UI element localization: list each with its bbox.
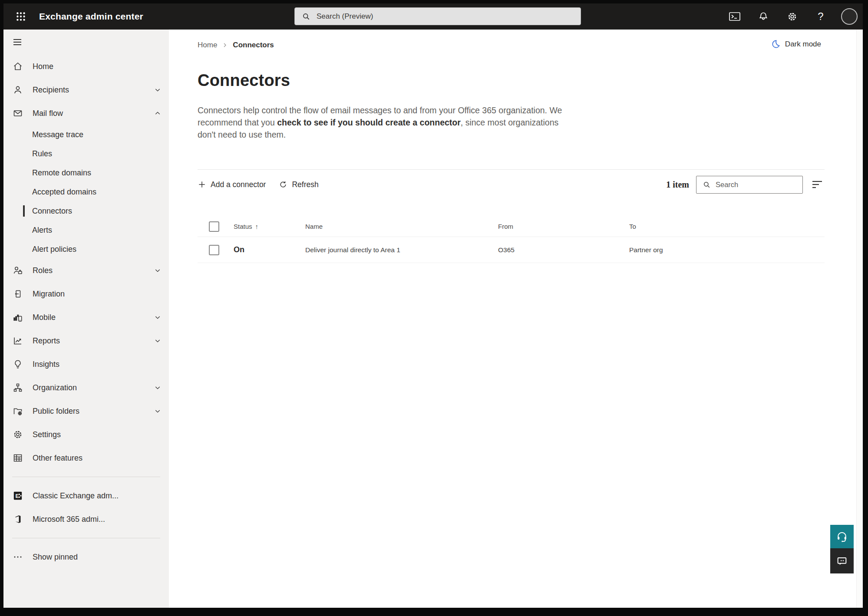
- app-launcher-icon[interactable]: [12, 8, 30, 25]
- sidebar-item-public-folders[interactable]: Public folders: [3, 399, 169, 423]
- sidebar-item-alerts[interactable]: Alerts: [3, 221, 169, 240]
- section-divider: [198, 169, 825, 170]
- feedback-button[interactable]: [830, 548, 854, 573]
- column-header-status[interactable]: Status ↑: [234, 223, 305, 230]
- sidebar-item-migration[interactable]: Migration: [3, 282, 169, 306]
- scrollbar-track[interactable]: [856, 30, 863, 608]
- document-arrow-icon: [13, 289, 23, 299]
- select-all-checkbox[interactable]: [209, 221, 219, 232]
- sidebar-item-settings[interactable]: Settings: [3, 423, 169, 446]
- headset-icon: [836, 530, 848, 543]
- breadcrumb-current: Connectors: [233, 41, 274, 49]
- connectors-table: Status ↑ Name From To On Deliver journal…: [198, 216, 825, 263]
- powershell-button[interactable]: [726, 7, 744, 26]
- screenshot-root: { "topbar": { "app_title": "Exchange adm…: [0, 0, 868, 616]
- settings-button[interactable]: [783, 7, 801, 26]
- cell-to: Partner org: [629, 246, 825, 254]
- dark-mode-toggle[interactable]: Dark mode: [771, 39, 821, 49]
- terminal-icon: [729, 11, 741, 22]
- app-title: Exchange admin center: [39, 11, 143, 22]
- sidebar-item-recipients[interactable]: Recipients: [3, 78, 169, 102]
- row-checkbox[interactable]: [209, 245, 219, 255]
- refresh-icon: [279, 180, 287, 189]
- chevron-right-icon: [222, 43, 228, 48]
- sidebar-item-alert-policies[interactable]: Alert policies: [3, 240, 169, 259]
- moon-icon: [771, 39, 781, 49]
- main-content: Home Connectors Dark mode Connectors Con…: [169, 30, 863, 608]
- home-icon: [13, 61, 23, 72]
- column-header-name[interactable]: Name: [305, 223, 498, 230]
- sidebar-item-insights[interactable]: Insights: [3, 352, 169, 376]
- sidebar-item-connectors[interactable]: Connectors: [3, 201, 169, 221]
- search-icon: [703, 181, 711, 189]
- sidebar-item-classic-exchange-admin[interactable]: E Classic Exchange adm...: [3, 484, 169, 507]
- help-button[interactable]: ?: [812, 7, 830, 26]
- cell-name[interactable]: Deliver journal directly to Area 1: [305, 246, 498, 254]
- lightbulb-icon: [13, 359, 23, 369]
- ellipsis-icon: [13, 552, 23, 562]
- refresh-button[interactable]: Refresh: [279, 180, 318, 189]
- table-row[interactable]: On Deliver journal directly to Area 1 O3…: [198, 237, 825, 263]
- sidebar-item-message-trace[interactable]: Message trace: [3, 125, 169, 144]
- column-header-to[interactable]: To: [629, 223, 825, 230]
- sidebar-item-reports[interactable]: Reports: [3, 329, 169, 352]
- waffle-icon: [15, 11, 26, 22]
- chevron-down-icon: [154, 86, 161, 93]
- search-icon: [302, 12, 310, 21]
- sidebar-item-mail-flow[interactable]: Mail flow: [3, 102, 169, 125]
- gear-icon: [13, 429, 23, 440]
- dark-mode-label: Dark mode: [785, 40, 821, 49]
- filter-button[interactable]: [810, 177, 825, 192]
- microsoft-365-logo-icon: [13, 514, 23, 524]
- sidebar-item-home[interactable]: Home: [3, 55, 169, 78]
- breadcrumb-home-link[interactable]: Home: [198, 41, 217, 49]
- classic-exchange-logo-icon: E: [13, 491, 23, 501]
- help-icon: ?: [818, 10, 823, 23]
- global-search-input[interactable]: [317, 12, 560, 21]
- notifications-button[interactable]: [754, 7, 772, 26]
- breadcrumb: Home Connectors: [198, 41, 274, 49]
- hamburger-icon: [12, 37, 23, 47]
- top-app-bar: Exchange admin center: [3, 3, 863, 30]
- app-window: Exchange admin center: [3, 3, 863, 608]
- list-search-box[interactable]: [696, 176, 803, 194]
- add-connector-button[interactable]: Add a connector: [198, 180, 266, 189]
- item-count: 1 item: [666, 180, 689, 190]
- sidebar-item-other-features[interactable]: Other features: [3, 446, 169, 470]
- bell-icon: [758, 11, 769, 22]
- floating-action-buttons: [830, 525, 854, 573]
- chevron-down-icon: [154, 267, 161, 274]
- sidebar-item-roles[interactable]: Roles: [3, 259, 169, 282]
- filter-icon: [812, 180, 823, 189]
- sidebar-divider: [12, 477, 160, 477]
- cell-status: On: [234, 245, 305, 254]
- cell-from: O365: [498, 246, 629, 254]
- sidebar-item-accepted-domains[interactable]: Accepted domains: [3, 182, 169, 201]
- person-icon: [13, 85, 23, 95]
- sidebar-item-remote-domains[interactable]: Remote domains: [3, 163, 169, 182]
- left-navigation: Home Recipients Mail flow: [3, 30, 169, 608]
- svg-text:E: E: [16, 493, 19, 499]
- envelope-icon: [13, 108, 23, 119]
- account-button[interactable]: [840, 7, 858, 26]
- plus-icon: [198, 180, 206, 189]
- topbar-actions: ?: [726, 3, 858, 30]
- page-title: Connectors: [198, 71, 290, 90]
- chevron-down-icon: [154, 337, 161, 344]
- chevron-up-icon: [154, 110, 161, 117]
- column-header-from[interactable]: From: [498, 223, 629, 230]
- sidebar-item-microsoft-365-admin[interactable]: Microsoft 365 admi...: [3, 507, 169, 531]
- chevron-down-icon: [154, 408, 161, 415]
- support-button[interactable]: [830, 525, 854, 548]
- collapse-nav-button[interactable]: [3, 30, 169, 55]
- list-search-input[interactable]: [716, 181, 789, 189]
- sidebar-item-show-pinned[interactable]: Show pinned: [3, 545, 169, 569]
- global-search-box[interactable]: [294, 7, 581, 25]
- chevron-down-icon: [154, 314, 161, 321]
- page-description: Connectors help control the flow of emai…: [198, 104, 566, 141]
- sidebar-item-mobile[interactable]: Mobile: [3, 306, 169, 329]
- folder-globe-icon: [13, 406, 23, 416]
- chat-bubble-icon: [836, 555, 848, 567]
- sidebar-item-rules[interactable]: Rules: [3, 144, 169, 163]
- sidebar-item-organization[interactable]: Organization: [3, 376, 169, 399]
